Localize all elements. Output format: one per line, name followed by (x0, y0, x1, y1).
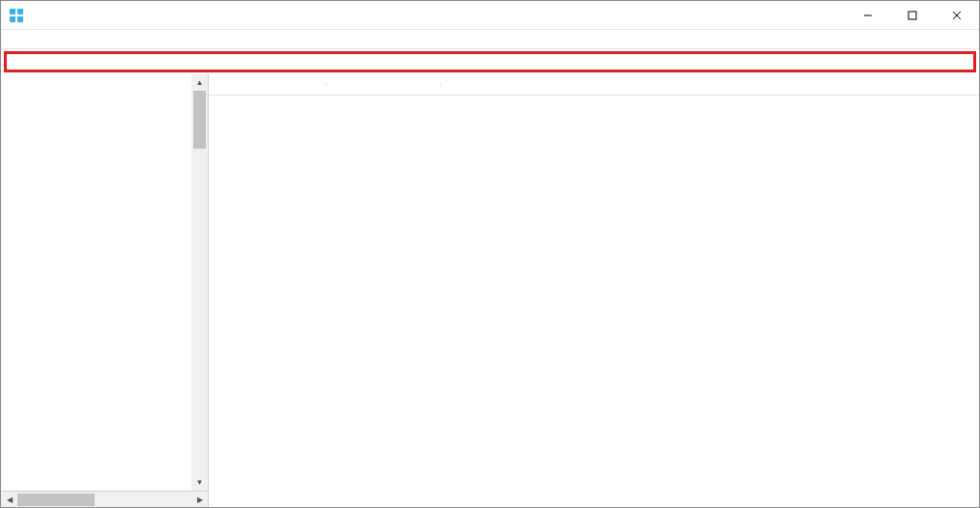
minimize-button[interactable] (846, 1, 890, 29)
column-type[interactable] (326, 83, 440, 87)
window-buttons (846, 1, 979, 29)
scroll-thumb[interactable] (193, 91, 206, 149)
tree-pane: ▲ ▼ ◀ ▶ (1, 74, 209, 507)
scroll-right-arrow-icon[interactable]: ▶ (191, 492, 208, 508)
address-bar[interactable] (4, 51, 976, 72)
svg-rect-2 (10, 16, 15, 22)
values-list[interactable] (209, 96, 979, 507)
scroll-left-arrow-icon[interactable]: ◀ (1, 492, 17, 508)
tree-horizontal-scrollbar[interactable]: ◀ ▶ (1, 491, 208, 507)
title-bar (1, 1, 979, 30)
svg-rect-0 (10, 9, 15, 14)
svg-rect-5 (908, 12, 916, 19)
svg-rect-3 (17, 16, 23, 22)
scroll-up-arrow-icon[interactable]: ▲ (191, 74, 208, 91)
svg-rect-1 (17, 9, 23, 14)
close-button[interactable] (935, 1, 979, 29)
app-icon (9, 8, 24, 23)
menu-bar (1, 30, 979, 49)
scroll-thumb[interactable] (17, 494, 95, 506)
menu-view[interactable] (36, 38, 49, 42)
scroll-down-arrow-icon[interactable]: ▼ (191, 474, 208, 491)
menu-help[interactable] (67, 38, 80, 42)
main-split: ▲ ▼ ◀ ▶ (1, 74, 979, 507)
tree-vertical-scrollbar[interactable]: ▲ ▼ (191, 74, 208, 491)
maximize-button[interactable] (890, 1, 935, 29)
column-data[interactable] (440, 83, 979, 87)
menu-edit[interactable] (20, 38, 34, 42)
menu-favorites[interactable] (51, 38, 65, 42)
menu-file[interactable] (5, 38, 18, 42)
values-pane (209, 74, 979, 507)
column-name[interactable] (215, 83, 326, 87)
values-header (209, 74, 979, 96)
